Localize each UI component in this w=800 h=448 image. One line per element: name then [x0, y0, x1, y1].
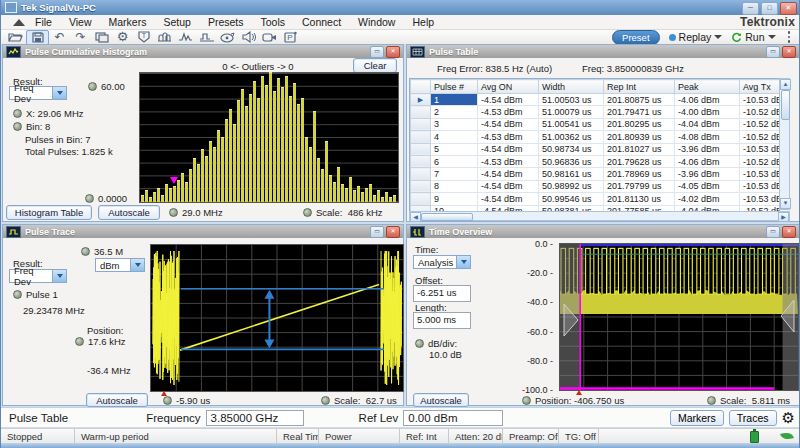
time-domain-icon[interactable] — [196, 31, 217, 44]
adjust-knob-icon[interactable] — [321, 396, 330, 405]
chevron-down-icon[interactable] — [52, 270, 66, 282]
menu-item-help[interactable]: Help — [412, 16, 434, 28]
row-selector[interactable] — [411, 180, 431, 192]
menu-item-connect[interactable]: Connect — [302, 16, 341, 28]
table-row[interactable]: 4-4.53 dBm51.00362 us201.80939 us-4.08 d… — [411, 131, 781, 143]
histogram-table-button[interactable]: Histogram Table — [6, 205, 92, 220]
frequency-input[interactable]: 3.85000 GHz — [206, 410, 304, 426]
toolbar-overflow-menu-icon[interactable] — [785, 31, 794, 43]
adjust-knob-icon[interactable] — [169, 208, 178, 217]
window-titlebar[interactable]: Tek SignalVu-PC ─ □ ✕ — [1, 0, 800, 15]
chevron-down-icon[interactable] — [130, 259, 144, 271]
overview-autoscale-button[interactable]: Autoscale — [413, 393, 469, 407]
chevron-down-icon[interactable] — [456, 256, 470, 268]
row-selector[interactable]: ▶ — [411, 94, 431, 106]
scroll-right-icon[interactable]: ▶ — [778, 212, 789, 222]
table-row[interactable]: 6-4.53 dBm50.96836 us201.79628 us-4.06 d… — [411, 155, 781, 167]
vscroll-thumb[interactable] — [781, 90, 790, 120]
pulse-trace-close-button[interactable]: ✕ — [386, 226, 400, 238]
histogram-panel-titlebar[interactable]: Pulse Cumulative Histogram ▭ ✕ — [3, 45, 403, 58]
unit-dropdown[interactable]: dBm — [95, 258, 145, 272]
col-header-pulse-[interactable]: Pulse # — [431, 80, 478, 94]
adjust-knob-icon[interactable] — [88, 82, 97, 91]
row-selector[interactable] — [411, 118, 431, 130]
row-selector[interactable] — [411, 193, 431, 205]
col-header-rep-int[interactable]: Rep Int — [604, 80, 675, 94]
col-header-peak[interactable]: Peak — [675, 80, 740, 94]
adjust-knob-icon[interactable] — [707, 396, 716, 405]
settings-gear-icon[interactable]: ⚙ — [112, 31, 133, 44]
histogram-chart[interactable] — [139, 72, 399, 203]
hscroll-thumb[interactable] — [421, 213, 473, 221]
save-icon[interactable] — [26, 30, 49, 45]
chevron-down-icon[interactable] — [52, 87, 66, 99]
open-folder-icon[interactable] — [5, 31, 26, 44]
pulse-table-close-button[interactable]: ✕ — [782, 46, 796, 58]
run-dropdown-caret-icon[interactable] — [768, 35, 776, 39]
preset-button[interactable]: Preset — [612, 30, 659, 45]
adjust-knob-icon[interactable] — [522, 396, 531, 405]
result-dropdown[interactable]: Freq Dev — [9, 86, 67, 100]
adjust-knob-icon[interactable] — [81, 247, 90, 256]
menu-item-file[interactable]: File — [35, 16, 52, 28]
histogram-marker-icon[interactable] — [170, 177, 178, 184]
pulse-table-titlebar[interactable]: Pulse Table ▭ ✕ — [407, 45, 799, 58]
maximize-window-button[interactable]: □ — [761, 2, 778, 15]
time-overview-chart[interactable] — [559, 243, 799, 391]
adjust-knob-icon[interactable] — [85, 194, 94, 203]
pulse-table-hscrollbar[interactable]: ◀ ▶ — [409, 211, 790, 221]
time-overview-close-button[interactable]: ✕ — [782, 226, 796, 238]
minimize-window-button[interactable]: ─ — [742, 2, 759, 15]
scroll-down-icon[interactable]: ▼ — [780, 198, 791, 209]
trace-result-dropdown[interactable]: Freq Dev — [9, 269, 67, 283]
menu-item-window[interactable]: Window — [358, 16, 395, 28]
close-window-button[interactable]: ✕ — [780, 2, 797, 15]
replay-control[interactable]: Replay — [669, 31, 723, 43]
pulse-table-vscrollbar[interactable]: ▲ ▼ — [779, 78, 790, 210]
table-row[interactable]: 3-4.54 dBm51.00541 us201.80295 us-4.04 d… — [411, 118, 781, 130]
clear-button[interactable]: Clear — [353, 58, 397, 73]
markers-button[interactable]: Markers — [670, 410, 724, 426]
camera-icon[interactable] — [259, 31, 280, 44]
table-row[interactable]: 9-4.54 dBm50.99546 us201.81130 us-4.02 d… — [411, 193, 781, 205]
table-row[interactable]: ▶1-4.54 dBm51.00503 us201.80875 us-4.06 … — [411, 94, 781, 106]
col-header-avg-tx[interactable]: Avg Tx — [740, 80, 781, 94]
audio-speaker-icon[interactable] — [238, 31, 259, 44]
row-selector[interactable] — [411, 143, 431, 155]
histogram-minimize-button[interactable]: ▭ — [370, 46, 384, 58]
adjust-knob-icon[interactable] — [13, 290, 22, 299]
replay-dropdown-caret-icon[interactable] — [714, 35, 722, 39]
run-control[interactable]: Run — [731, 31, 775, 43]
row-selector[interactable] — [411, 106, 431, 118]
adjust-knob-icon[interactable] — [415, 339, 424, 348]
adjust-knob-icon[interactable] — [13, 109, 22, 118]
time-overview-titlebar[interactable]: Time Overview ▭ ✕ — [407, 225, 799, 238]
eject-icon[interactable] — [13, 19, 25, 26]
ref-level-input[interactable]: 0.00 dBm — [403, 410, 503, 426]
table-row[interactable]: 2-4.53 dBm51.00079 us201.79471 us-4.00 d… — [411, 106, 781, 118]
offset-input[interactable]: -6.251 us — [413, 285, 471, 302]
time-overview-minimize-button[interactable]: ▭ — [766, 226, 780, 238]
spectrum-icon[interactable] — [154, 31, 175, 44]
col-header-width[interactable]: Width — [539, 80, 604, 94]
scroll-up-icon[interactable]: ▲ — [780, 79, 791, 90]
pulse-trace-chart[interactable] — [150, 244, 404, 392]
displays-icon[interactable] — [91, 31, 112, 44]
histogram-close-button[interactable]: ✕ — [386, 46, 400, 58]
menu-item-presets[interactable]: Presets — [208, 16, 244, 28]
row-selector[interactable] — [411, 155, 431, 167]
trace-autoscale-button[interactable]: Autoscale — [86, 393, 148, 407]
preset-p-icon[interactable]: P — [280, 31, 301, 44]
table-row[interactable]: 7-4.54 dBm50.98161 us201.78969 us-3.96 d… — [411, 168, 781, 180]
record-knob-icon[interactable] — [217, 31, 238, 44]
row-selector[interactable] — [411, 131, 431, 143]
pulse-table-container[interactable]: Pulse #Avg ONWidthRep IntPeakAvg TxRise▶… — [409, 78, 780, 212]
pulse-trace-minimize-button[interactable]: ▭ — [370, 226, 384, 238]
trigger-tag-icon[interactable]: T — [133, 31, 154, 44]
pulse-trace-titlebar[interactable]: Pulse Trace ▭ ✕ — [3, 225, 403, 238]
adjust-knob-icon[interactable] — [75, 337, 84, 346]
adjust-knob-icon[interactable] — [163, 396, 172, 405]
col-header-avg-on[interactable]: Avg ON — [478, 80, 539, 94]
adjust-knob-icon[interactable] — [13, 122, 22, 131]
redo-icon[interactable]: ↷ — [70, 31, 91, 44]
